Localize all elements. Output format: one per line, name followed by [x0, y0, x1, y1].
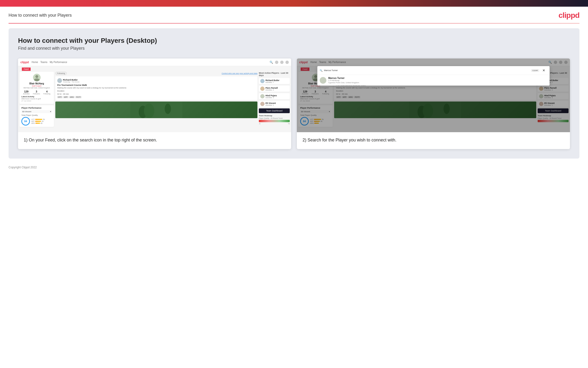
- svg-point-1: [34, 78, 40, 81]
- screenshot-panel-2: clippd Home Teams My Performance 🔍: [297, 58, 570, 149]
- heatmap-bar-1: [259, 120, 290, 122]
- app-middle-1: Following Control who can see your activ…: [55, 72, 257, 131]
- nav-my-performance[interactable]: My Performance: [50, 61, 67, 64]
- player-avatar: [260, 87, 264, 91]
- search-bar-2: 🔍 Marcus Turner CLEAR ✕: [317, 66, 550, 75]
- profile-card-1: Blair McHarg Golf Coach Mill Ride Golf C…: [19, 72, 54, 104]
- list-item: Piers Parnell Activities: 4: [259, 86, 290, 92]
- search-result-avatar-2: [320, 77, 326, 84]
- pp-title-1: Player Performance: [21, 107, 52, 109]
- player-performance-box-1: Player Performance Eli Vincent ▾ Total P…: [19, 105, 54, 127]
- stat-following: 4 Following: [43, 90, 50, 95]
- player-avatar: [260, 94, 264, 98]
- profile-role-1: Golf Coach: [21, 85, 52, 87]
- close-icon-2[interactable]: ✕: [541, 67, 547, 73]
- top-bar: [0, 0, 588, 7]
- app-right-1: Most Active Players - Last 30 days Richa…: [259, 72, 290, 131]
- nav-teams[interactable]: Teams: [40, 61, 47, 64]
- search-result-name-2: Marcus Turner: [328, 77, 359, 79]
- clear-btn-2[interactable]: CLEAR: [531, 69, 539, 72]
- pp-selector-1[interactable]: Eli Vincent ▾: [21, 110, 52, 113]
- svg-point-0: [35, 75, 38, 78]
- search-result-club-2: Cypress Point Club, United Kingdom: [328, 82, 359, 84]
- caption-section-2: 2) Search for the Player you wish to con…: [297, 132, 570, 149]
- main-title: How to connect with your Players (Deskto…: [18, 37, 570, 45]
- quality-circle-1: 84: [21, 117, 30, 126]
- svg-point-4: [144, 104, 154, 118]
- main-content: How to connect with your Players (Deskto…: [9, 28, 579, 158]
- latest-activity-1: Latest Activity Afternoon round of golf …: [21, 96, 52, 102]
- app-screenshot-1: clippd Home Teams My Performance 🔍: [18, 58, 291, 132]
- app-nav-right-1: 🔍: [270, 61, 289, 64]
- following-btn-1[interactable]: Following: [55, 72, 67, 75]
- nav-home[interactable]: Home: [32, 61, 38, 64]
- screenshot-panel-1: clippd Home Teams My Performance 🔍: [18, 58, 291, 149]
- search-result-2[interactable]: Marcus Turner 1·5 Handicap Cypress Point…: [317, 75, 550, 86]
- app-logo-1: clippd: [20, 61, 29, 64]
- team-heatmap-title-1: Team Heatmap: [259, 115, 290, 117]
- activity-card-1: Richard Butler Yesterday · The Grove Pre…: [55, 76, 257, 100]
- activity-duration: Duration: [57, 90, 255, 92]
- search-overlay-2: 🔍 Marcus Turner CLEAR ✕ Marcus Turner 1·…: [317, 66, 550, 86]
- activity-tags-1: OTT APP ARG PUTT: [57, 96, 255, 98]
- stat-activities: 129 Activities: [23, 90, 30, 95]
- logo: clippd: [559, 11, 579, 20]
- header-divider: [9, 23, 579, 24]
- user-icon-1[interactable]: [275, 61, 278, 64]
- caption-section-1: 1) On your Feed, click on the search ico…: [18, 132, 291, 149]
- caption-step-1: 1) On your Feed, click on the search ico…: [24, 137, 285, 143]
- svg-point-5: [165, 104, 171, 114]
- svg-rect-2: [130, 101, 182, 118]
- copyright: Copyright Clippd 2022: [9, 166, 37, 169]
- search-icon-1[interactable]: 🔍: [270, 61, 273, 64]
- app-left-1: Blair McHarg Golf Coach Mill Ride Golf C…: [19, 72, 54, 131]
- active-players-title-1: Most Active Players - Last 30 days: [259, 72, 290, 77]
- list-item: Hiral Pujara Activities: 3: [259, 93, 290, 99]
- control-link-1[interactable]: Control who can see your activity and da…: [222, 72, 257, 74]
- list-item: Richard Butler Activities: 7: [259, 78, 290, 84]
- profile-club-1: Mill Ride Golf Club, United Kingdom: [21, 87, 52, 89]
- search-icon-3: 🔍: [320, 69, 323, 72]
- avatar-icon-1[interactable]: [285, 61, 289, 64]
- app-body-1: Blair McHarg Golf Coach Mill Ride Golf C…: [18, 71, 291, 132]
- footer: Copyright Clippd 2022: [0, 163, 588, 173]
- page-title: How to connect with your Players: [9, 13, 72, 18]
- search-input-2[interactable]: Marcus Turner: [324, 69, 530, 72]
- list-item: Eli Vincent Activities: 1: [259, 101, 290, 107]
- activity-avatar-1: [57, 78, 62, 83]
- settings-icon-1[interactable]: [280, 61, 284, 64]
- header: How to connect with your Players clippd: [0, 7, 588, 23]
- activity-user-1: Richard Butler Yesterday · The Grove: [57, 78, 255, 83]
- app-nav-items-1: Home Teams My Performance: [32, 61, 67, 64]
- profile-avatar-1: [33, 74, 41, 81]
- profile-stats-1: 129 Activities 3 Followers 4 Following: [21, 90, 52, 95]
- team-dashboard-btn-1[interactable]: Team Dashboard: [259, 108, 290, 113]
- caption-step-2: 2) Search for the Player you wish to con…: [303, 137, 564, 143]
- activity-image-1: [55, 101, 257, 118]
- player-avatar: [260, 102, 264, 106]
- app-nav-1: clippd Home Teams My Performance 🔍: [18, 58, 291, 66]
- app-screenshot-2: clippd Home Teams My Performance 🔍: [297, 58, 570, 132]
- player-avatar: [260, 79, 264, 83]
- screenshots-row: clippd Home Teams My Performance 🔍: [18, 58, 570, 149]
- stat-followers: 3 Followers: [33, 90, 40, 95]
- search-result-handicap-2: 1·5 Handicap: [328, 79, 359, 82]
- main-subtitle: Find and connect with your Players: [18, 46, 570, 51]
- following-bar-1: Following Control who can see your activ…: [55, 72, 257, 75]
- feed-tab-1[interactable]: Feed: [22, 67, 31, 71]
- profile-name-1: Blair McHarg: [21, 82, 52, 85]
